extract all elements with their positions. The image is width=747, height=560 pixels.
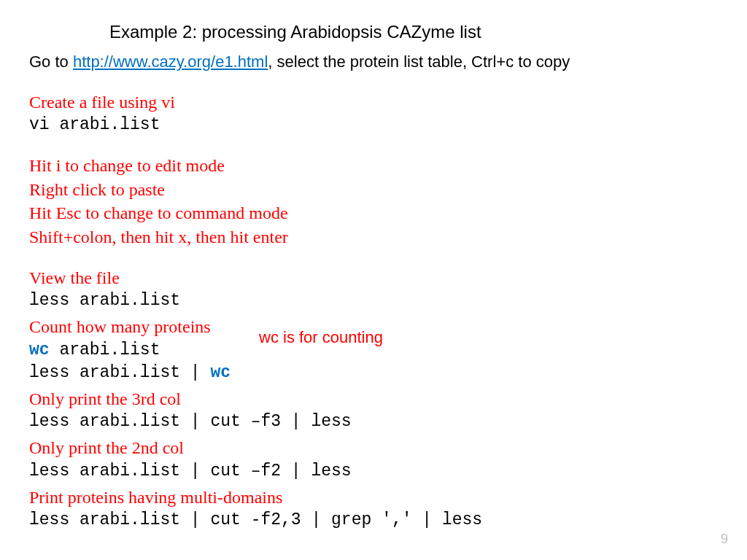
cmd-cut2: less arabi.list | cut –f2 | less <box>29 460 718 483</box>
wc-tail: arabi.list <box>50 341 160 359</box>
slide-content: Example 2: processing Arabidopsis CAZyme… <box>0 0 747 560</box>
step-esc: Hit Esc to change to command mode <box>29 201 718 225</box>
heading-col3: Only print the 3rd col <box>29 387 718 411</box>
pipe-prefix: less arabi.list | <box>29 363 210 382</box>
cmd-multi: less arabi.list | cut -f2,3 | grep ',' |… <box>29 509 718 532</box>
step-edit-mode: Hit i to change to edit mode <box>29 154 718 177</box>
intro-prefix: Go to <box>29 52 73 71</box>
heading-col2: Only print the 2nd col <box>29 436 718 459</box>
cmd-cut3: less arabi.list | cut –f3 | less <box>29 411 718 433</box>
cmd-pipe-wc: less arabi.list | wc <box>29 362 718 384</box>
cmd-vi: vi arabi.list <box>29 114 718 136</box>
pipe-wc-bold: wc <box>210 363 231 382</box>
cmd-less: less arabi.list <box>29 289 718 312</box>
wc-bold: wc <box>29 341 50 359</box>
heading-view-file: View the file <box>29 266 718 289</box>
heading-multi: Print proteins having multi-domains <box>29 486 718 509</box>
cazy-link[interactable]: http://www.cazy.org/e1.html <box>73 52 268 71</box>
wc-note: wc is for counting <box>259 328 383 347</box>
intro-line: Go to http://www.cazy.org/e1.html, selec… <box>29 52 718 71</box>
step-save: Shift+colon, then hit x, then hit enter <box>29 225 718 249</box>
page-number: 9 <box>721 532 728 547</box>
step-paste: Right click to paste <box>29 178 718 201</box>
intro-suffix: , select the protein list table, Ctrl+c … <box>268 52 570 71</box>
heading-create-file: Create a file using vi <box>29 90 718 114</box>
slide-title: Example 2: processing Arabidopsis CAZyme… <box>109 22 718 42</box>
